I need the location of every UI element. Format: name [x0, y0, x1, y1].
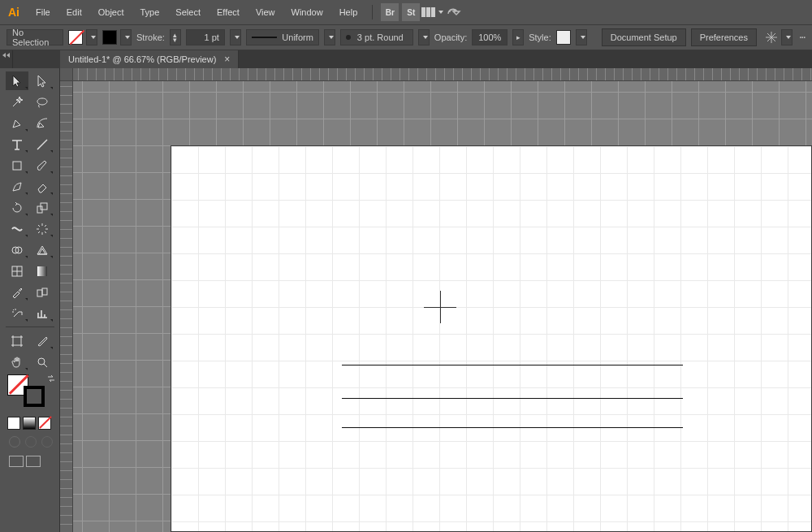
menu-effect[interactable]: Effect [210, 4, 246, 20]
color-mode-none[interactable] [38, 417, 51, 430]
eraser-tool[interactable] [31, 177, 54, 196]
opacity-dropdown[interactable]: ▸ [512, 29, 524, 45]
app-logo: Ai [5, 3, 23, 21]
stroke-profile-dropdown[interactable] [324, 29, 335, 45]
menu-type[interactable]: Type [134, 4, 166, 20]
document-setup-button[interactable]: Document Setup [602, 28, 686, 46]
swap-fill-stroke-icon[interactable] [46, 374, 56, 385]
style-swatch-icon [556, 30, 571, 45]
width-tool[interactable] [6, 219, 28, 238]
stroke-weight-dropdown[interactable] [230, 29, 241, 45]
svg-rect-9 [13, 337, 21, 345]
style-dropdown[interactable] [576, 29, 587, 45]
rotate-tool[interactable] [6, 198, 28, 217]
hand-tool[interactable] [6, 353, 28, 371]
eyedropper-tool[interactable] [6, 283, 28, 301]
stroke-weight-field[interactable]: 1 pt [186, 29, 225, 45]
opacity-label[interactable]: Opacity: [434, 32, 467, 42]
type-tool[interactable] [6, 135, 28, 154]
selection-status: No Selection [6, 29, 63, 45]
align-to-icon[interactable] [765, 31, 778, 44]
style-label[interactable]: Style: [529, 32, 551, 42]
drawn-line-1[interactable] [342, 365, 683, 365]
stroke-weight-stepper[interactable]: ▴▾ [170, 29, 181, 45]
selection-tool[interactable] [6, 71, 28, 90]
drawn-line-2[interactable] [342, 398, 683, 399]
close-tab-icon[interactable]: × [224, 54, 230, 65]
zoom-tool[interactable] [31, 353, 54, 371]
menu-help[interactable]: Help [333, 4, 365, 20]
pen-tool[interactable] [6, 114, 28, 132]
brush-definition[interactable]: 3 pt. Round [340, 29, 413, 45]
stroke-box-icon [24, 386, 45, 407]
stroke-swatch-icon [102, 30, 117, 45]
artboard[interactable] [171, 145, 812, 532]
document-tab[interactable]: Untitled-1* @ 66.67% (RGB/Preview) × [60, 50, 239, 68]
canvas[interactable] [60, 68, 812, 532]
svg-rect-7 [37, 290, 42, 296]
draw-behind-icon[interactable] [25, 436, 37, 448]
arrange-documents-icon[interactable] [423, 3, 441, 21]
menu-edit[interactable]: Edit [60, 4, 89, 20]
svg-rect-0 [13, 162, 21, 170]
preferences-button[interactable]: Preferences [691, 28, 757, 46]
brush-label: 3 pt. Round [357, 32, 404, 42]
gradient-tool[interactable] [31, 262, 54, 280]
column-graph-tool[interactable] [31, 304, 54, 322]
screen-mode-full[interactable] [26, 456, 41, 467]
draw-inside-icon[interactable] [41, 436, 53, 448]
menu-select[interactable]: Select [169, 4, 207, 20]
menu-file[interactable]: File [29, 4, 57, 20]
menu-object[interactable]: Object [92, 4, 131, 20]
brush-dropdown[interactable] [418, 29, 430, 45]
brush-icon [346, 35, 351, 40]
align-to-dropdown[interactable] [781, 29, 793, 45]
stock-icon[interactable]: St [402, 3, 420, 21]
shaper-tool[interactable] [6, 177, 28, 196]
magic-wand-tool[interactable] [6, 93, 28, 111]
ruler-horizontal[interactable] [60, 68, 812, 81]
shape-builder-tool[interactable] [6, 240, 28, 259]
paintbrush-tool[interactable] [31, 156, 54, 175]
stroke-swatch-control[interactable] [102, 29, 132, 45]
fill-stroke-control[interactable] [7, 374, 45, 407]
menu-view[interactable]: View [249, 4, 282, 20]
mesh-tool[interactable] [6, 262, 28, 280]
stroke-label[interactable]: Stroke: [136, 32, 165, 42]
menu-window[interactable]: Window [285, 4, 330, 20]
tab-strip [239, 50, 812, 68]
stroke-swatch-dropdown[interactable] [120, 29, 132, 45]
bridge-icon[interactable]: Br [381, 3, 399, 21]
transform-panel-icon[interactable]: ⋯ [800, 32, 806, 43]
perspective-grid-tool[interactable] [31, 240, 54, 259]
color-mode-solid[interactable] [7, 417, 20, 430]
control-bar: No Selection Stroke: ▴▾ 1 pt Uniform 3 p… [0, 24, 812, 50]
symbol-sprayer-tool[interactable] [6, 304, 28, 322]
fill-control[interactable] [68, 29, 97, 45]
fill-dropdown[interactable] [86, 29, 97, 45]
curvature-tool[interactable] [31, 114, 54, 132]
collapse-tools-toggle[interactable] [0, 50, 13, 68]
draw-normal-icon[interactable] [9, 436, 20, 448]
sync-settings-icon[interactable] [444, 3, 462, 21]
color-mode-gradient[interactable] [23, 417, 36, 430]
slice-tool[interactable] [31, 331, 54, 350]
direct-selection-tool[interactable] [31, 71, 54, 90]
opacity-field[interactable]: 100% [472, 29, 508, 45]
fill-swatch-icon [68, 30, 83, 45]
ruler-origin[interactable] [60, 68, 73, 81]
artboard-tool[interactable] [6, 331, 28, 350]
menu-bar: Ai File Edit Object Type Select Effect V… [0, 0, 812, 24]
stroke-profile-label: Uniform [282, 32, 313, 42]
blend-tool[interactable] [31, 283, 54, 301]
free-transform-tool[interactable] [31, 219, 54, 238]
rectangle-tool[interactable] [6, 156, 28, 175]
line-segment-tool[interactable] [31, 135, 54, 154]
drawn-line-3[interactable] [342, 427, 683, 428]
lasso-tool[interactable] [31, 93, 54, 111]
screen-mode-normal[interactable] [9, 456, 24, 467]
menu-separator [372, 5, 373, 19]
stroke-profile[interactable]: Uniform [246, 29, 319, 45]
scale-tool[interactable] [31, 198, 54, 217]
ruler-vertical[interactable] [60, 68, 73, 532]
